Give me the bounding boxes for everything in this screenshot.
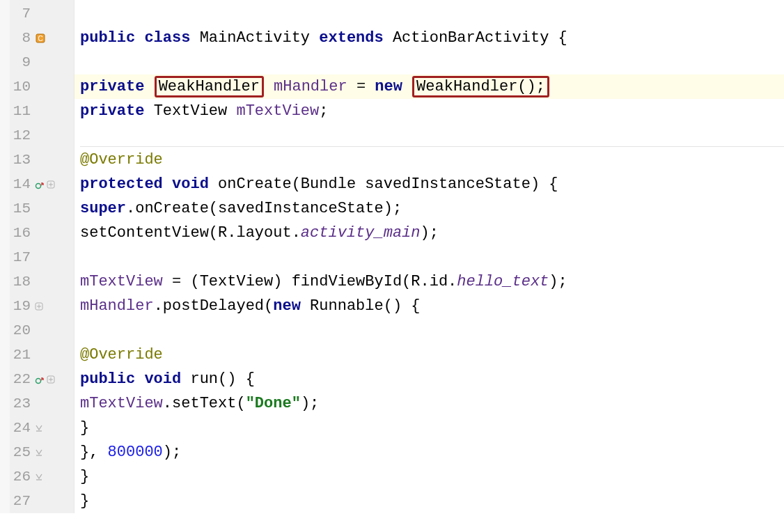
gutter-row[interactable]: 12 bbox=[10, 123, 74, 148]
line-number: 23 bbox=[10, 396, 35, 412]
code-line[interactable]: public void run() { bbox=[75, 367, 784, 391]
code-token: ; bbox=[319, 102, 328, 120]
code-token: onCreate(Bundle savedInstanceState) { bbox=[218, 175, 558, 193]
line-number: 12 bbox=[10, 127, 35, 143]
code-token: @Override bbox=[80, 346, 163, 363]
line-number: 22 bbox=[10, 371, 35, 387]
highlight-box: WeakHandler bbox=[155, 76, 264, 97]
line-number: 16 bbox=[10, 225, 35, 241]
fold-end-icon[interactable] bbox=[35, 424, 43, 432]
gutter-row[interactable]: 11 bbox=[10, 99, 74, 123]
code-token: hello_text bbox=[457, 273, 549, 290]
code-line[interactable] bbox=[75, 50, 784, 75]
override-gutter-icon[interactable] bbox=[35, 180, 45, 189]
code-token: mTextView bbox=[80, 273, 163, 290]
code-line[interactable] bbox=[75, 245, 784, 269]
code-token: void bbox=[144, 370, 190, 388]
line-number: 25 bbox=[10, 444, 35, 460]
line-number: 26 bbox=[10, 469, 35, 485]
gutter-row[interactable]: 25 bbox=[10, 440, 74, 464]
code-line[interactable]: } bbox=[75, 416, 784, 440]
line-number: 20 bbox=[10, 322, 35, 338]
gutter-row[interactable]: 7 bbox=[10, 1, 74, 26]
highlight-box: WeakHandler(); bbox=[412, 76, 549, 97]
gutter-row[interactable]: 17 bbox=[10, 245, 74, 269]
code-line[interactable]: } bbox=[75, 464, 784, 489]
code-line[interactable]: }, 800000); bbox=[75, 440, 784, 464]
code-line[interactable]: mTextView = (TextView) findViewById(R.id… bbox=[75, 269, 784, 294]
code-token: @Override bbox=[80, 151, 163, 169]
code-token: .setText( bbox=[163, 395, 246, 412]
code-token: private bbox=[80, 78, 154, 95]
line-number: 18 bbox=[10, 274, 35, 290]
code-token: WeakHandler bbox=[159, 78, 260, 95]
gutter-row[interactable]: 23 bbox=[10, 391, 74, 416]
line-number: 19 bbox=[10, 298, 35, 314]
code-line[interactable]: @Override bbox=[75, 343, 784, 367]
gutter-row[interactable]: 27 bbox=[10, 489, 74, 513]
code-token: ); bbox=[301, 395, 319, 412]
code-area[interactable]: public class MainActivity extends Action… bbox=[75, 0, 784, 513]
code-token: public bbox=[80, 29, 144, 47]
code-line[interactable]: setContentView(R.layout.activity_main); bbox=[75, 221, 784, 245]
code-line[interactable]: } bbox=[75, 489, 784, 513]
fold-end-icon[interactable] bbox=[35, 473, 43, 481]
code-token: .onCreate(savedInstanceState); bbox=[126, 200, 402, 217]
code-token: ); bbox=[421, 224, 439, 242]
class-icon: C bbox=[35, 33, 46, 44]
code-token: ActionBarActivity { bbox=[393, 29, 567, 47]
fold-end-icon[interactable] bbox=[35, 448, 43, 457]
code-line[interactable] bbox=[75, 123, 784, 148]
code-token: ); bbox=[549, 273, 567, 290]
code-line[interactable]: public class MainActivity extends Action… bbox=[75, 26, 784, 50]
code-line[interactable]: super.onCreate(savedInstanceState); bbox=[75, 196, 784, 221]
code-line[interactable]: mHandler.postDelayed(new Runnable() { bbox=[75, 294, 784, 318]
gutter-row[interactable]: 18 bbox=[10, 269, 74, 294]
code-token: = bbox=[347, 78, 375, 95]
gutter-row[interactable]: 14 bbox=[10, 172, 74, 196]
line-gutter[interactable]: 78C9101112131415161718192021222324252627 bbox=[10, 0, 75, 513]
code-line[interactable]: @Override bbox=[75, 148, 784, 172]
line-number: 11 bbox=[10, 103, 35, 119]
code-token: } bbox=[80, 468, 89, 485]
fold-handle-icon[interactable] bbox=[35, 302, 43, 311]
code-line[interactable]: protected void onCreate(Bundle savedInst… bbox=[75, 172, 784, 196]
gutter-row[interactable]: 13 bbox=[10, 148, 74, 172]
gutter-row[interactable]: 10 bbox=[10, 75, 74, 99]
code-token: .postDelayed( bbox=[154, 297, 274, 315]
gutter-row[interactable]: 9 bbox=[10, 50, 74, 75]
gutter-row[interactable]: 24 bbox=[10, 416, 74, 440]
gutter-row[interactable]: 22 bbox=[10, 367, 74, 391]
gutter-icons bbox=[35, 473, 70, 481]
code-token: ); bbox=[163, 444, 181, 461]
editor-margin bbox=[0, 0, 10, 513]
code-token: public bbox=[80, 370, 144, 388]
code-line[interactable] bbox=[75, 318, 784, 343]
line-number: 14 bbox=[10, 176, 35, 192]
code-line[interactable]: private TextView mTextView; bbox=[75, 99, 784, 123]
code-line[interactable] bbox=[75, 1, 784, 26]
code-token: protected bbox=[80, 175, 172, 193]
gutter-row[interactable]: 19 bbox=[10, 294, 74, 318]
code-token: = (TextView) findViewById(R.id. bbox=[163, 273, 457, 290]
svg-point-5 bbox=[36, 378, 41, 383]
fold-handle-icon[interactable] bbox=[47, 180, 55, 189]
code-token: mHandler bbox=[265, 78, 347, 95]
svg-text:C: C bbox=[38, 35, 42, 42]
gutter-icons bbox=[35, 424, 70, 432]
code-token: void bbox=[172, 175, 218, 193]
gutter-row[interactable]: 20 bbox=[10, 318, 74, 343]
code-line[interactable]: mTextView.setText("Done"); bbox=[75, 391, 784, 416]
gutter-icons bbox=[35, 180, 70, 189]
gutter-row[interactable]: 26 bbox=[10, 464, 74, 489]
gutter-row[interactable]: 8C bbox=[10, 26, 74, 50]
gutter-row[interactable]: 15 bbox=[10, 196, 74, 221]
override-gutter-icon[interactable] bbox=[35, 375, 45, 384]
gutter-row[interactable]: 21 bbox=[10, 343, 74, 367]
line-number: 10 bbox=[10, 79, 35, 95]
fold-handle-icon[interactable] bbox=[47, 375, 55, 384]
code-token: run() { bbox=[190, 370, 254, 388]
code-line[interactable]: private WeakHandler mHandler = new WeakH… bbox=[75, 75, 784, 99]
gutter-row[interactable]: 16 bbox=[10, 221, 74, 245]
line-number: 9 bbox=[10, 54, 35, 70]
